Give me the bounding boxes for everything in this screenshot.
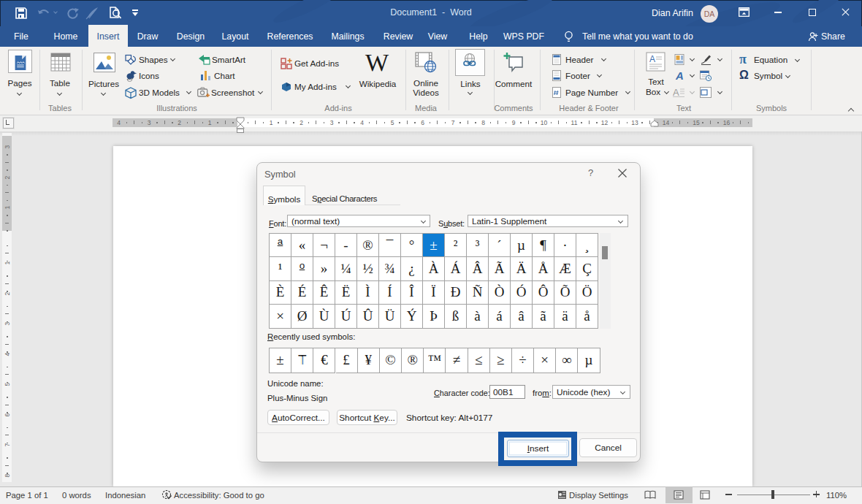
svg-text:A: A: [673, 87, 679, 98]
svg-text:A: A: [649, 54, 655, 64]
svg-text:A: A: [675, 70, 684, 81]
